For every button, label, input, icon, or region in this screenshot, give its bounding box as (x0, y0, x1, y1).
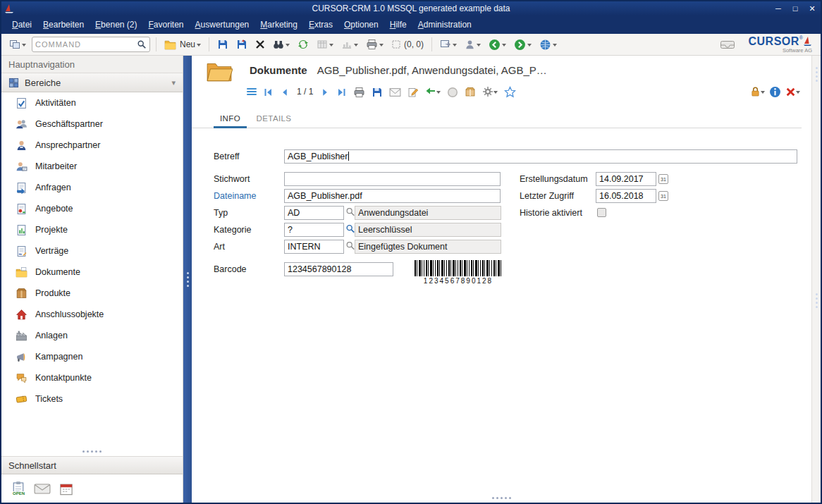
user-button[interactable] (462, 38, 483, 51)
art-code-input[interactable]: INTERN (284, 240, 344, 254)
record-import-button[interactable] (425, 86, 441, 97)
back-button[interactable] (486, 37, 508, 52)
sidebar-section-schnellstart[interactable]: Schnellstart (1, 456, 183, 474)
typ-code-input[interactable]: AD (284, 206, 344, 220)
nav-last-button[interactable] (336, 85, 347, 98)
send-record-button[interactable] (438, 37, 459, 51)
sidebar-item-label: Geschäftspartner (35, 119, 103, 129)
barcode-input[interactable]: 1234567890128 (284, 262, 393, 276)
calendar-picker-icon[interactable]: 31 (658, 174, 668, 184)
nav-prev-button[interactable] (280, 85, 289, 98)
record-settings-button[interactable] (482, 86, 498, 97)
record-lock-button[interactable] (750, 86, 765, 97)
quickstart-calendar-button[interactable] (59, 481, 73, 495)
record-menu-button[interactable] (247, 88, 257, 95)
menu-optionen[interactable]: Optionen (339, 17, 384, 32)
record-save-button[interactable] (372, 85, 383, 98)
maximize-button[interactable]: □ (787, 3, 804, 14)
export-table-button[interactable] (314, 37, 336, 51)
sidebar-item-label: Projekte (35, 225, 68, 235)
letzter-zugriff-input[interactable]: 16.05.2018 (596, 189, 656, 203)
sidebar-item-label: Anlagen (35, 331, 68, 340)
sidebar-section-label: Bereiche (25, 78, 166, 88)
record-mail-button[interactable] (389, 85, 401, 98)
historie-checkbox[interactable] (597, 208, 606, 217)
record-close-button[interactable] (785, 87, 800, 97)
activities-icon (16, 97, 27, 109)
dateiname-label[interactable]: Dateiname (214, 189, 281, 203)
command-placeholder: COMMAND (35, 40, 137, 49)
menu-bearbeiten[interactable]: Bearbeiten (38, 17, 89, 32)
kategorie-code-input[interactable]: ? (284, 223, 344, 237)
sidebar-item-projekte[interactable]: Projekte (1, 219, 183, 240)
save-button[interactable] (215, 37, 231, 51)
betreff-input[interactable]: AGB_Publisher (284, 149, 797, 164)
neu-button[interactable]: Neu (162, 38, 203, 51)
command-input[interactable]: COMMAND (32, 37, 150, 52)
record-edit-button[interactable] (407, 85, 419, 98)
nav-next-button[interactable] (321, 85, 330, 98)
tab-details[interactable]: DETAILS (250, 109, 298, 126)
menu-administration[interactable]: Administration (413, 17, 477, 32)
menu-extras[interactable]: Extras (304, 17, 338, 32)
menu-datei[interactable]: Datei (7, 17, 37, 32)
menu-marketing[interactable]: Marketing (255, 17, 302, 32)
sidebar-item-dokumente[interactable]: Dokumente (1, 262, 183, 283)
sidebar-item-anfragen[interactable]: Anfragen (1, 177, 183, 198)
refresh-button[interactable] (295, 37, 311, 51)
tab-info[interactable]: INFO (214, 109, 247, 128)
sidebar-item-mitarbeiter[interactable]: Mitarbeiter (1, 156, 183, 177)
sidebar-item-ansprechpartner[interactable]: Ansprechpartner (1, 135, 183, 156)
typ-lookup-button[interactable] (345, 206, 355, 217)
inbox-button[interactable] (718, 37, 737, 51)
sidebar-item-kampagnen[interactable]: Kampagnen (1, 346, 183, 367)
sidebar-splitter[interactable] (183, 56, 192, 503)
minimize-button[interactable]: ─ (770, 3, 787, 14)
vertical-scrollbar[interactable] (811, 56, 821, 503)
chevron-down-icon (453, 44, 457, 49)
print-button[interactable] (364, 37, 386, 51)
sidebar-item-tickets[interactable]: Tickets (1, 388, 183, 410)
save-all-button[interactable] (234, 37, 250, 51)
menu-auswertungen[interactable]: Auswertungen (190, 17, 254, 32)
forward-button[interactable] (512, 37, 534, 52)
nav-first-button[interactable] (263, 85, 274, 98)
splitter-grip (187, 272, 189, 287)
close-button[interactable]: ✕ (804, 3, 821, 14)
quickstart-mail-button[interactable] (34, 482, 51, 495)
sidebar-item-anschlussobjekte[interactable]: Anschlussobjekte (1, 304, 183, 325)
horizontal-scroll-handle[interactable] (192, 497, 811, 499)
menu-favoriten[interactable]: Favoriten (143, 17, 188, 32)
art-lookup-button[interactable] (345, 240, 355, 251)
dateiname-input[interactable]: AGB_Publisher.pdf (284, 189, 501, 203)
web-button[interactable] (537, 37, 559, 52)
window-layout-button[interactable] (7, 37, 28, 51)
stichwort-input[interactable] (284, 172, 501, 186)
sidebar-item-produkte[interactable]: Produkte (1, 283, 183, 304)
chevron-down-icon (354, 44, 358, 49)
sidebar-item-angebote[interactable]: Angebote (1, 198, 183, 219)
sidebar-item-vertraege[interactable]: Verträge (1, 240, 183, 262)
sidebar-item-kontaktpunkte[interactable]: Kontaktpunkte (1, 367, 183, 388)
kategorie-lookup-button[interactable] (345, 223, 355, 234)
record-favorite-button[interactable] (504, 85, 516, 98)
calendar-picker-icon[interactable]: 31 (658, 191, 668, 201)
record-package-button[interactable] (465, 85, 476, 98)
sidebar-item-geschaeftspartner[interactable]: Geschäftspartner (1, 113, 183, 135)
menu-ebenen[interactable]: Ebenen (2) (90, 17, 142, 32)
chevron-down-icon (477, 44, 481, 49)
sidebar-item-anlagen[interactable]: Anlagen (1, 325, 183, 346)
record-info-button[interactable] (769, 85, 781, 98)
quickstart-open-button[interactable]: OPEN (11, 481, 25, 496)
menu-hilfe[interactable]: Hilfe (385, 17, 412, 32)
sidebar-drag-handle[interactable] (1, 447, 183, 456)
search-records-button[interactable] (271, 37, 292, 51)
delete-button[interactable] (253, 38, 267, 51)
record-print-button[interactable] (353, 85, 365, 98)
chart-button[interactable] (339, 37, 360, 51)
chevron-down-icon (527, 44, 532, 49)
sidebar-item-aktivitaeten[interactable]: Aktivitäten (1, 92, 183, 113)
erstellungsdatum-input[interactable]: 14.09.2017 (596, 172, 656, 186)
sidebar-item-label: Mitarbeiter (35, 161, 77, 171)
sidebar-section-bereiche[interactable]: Bereiche ▾ (1, 73, 183, 92)
